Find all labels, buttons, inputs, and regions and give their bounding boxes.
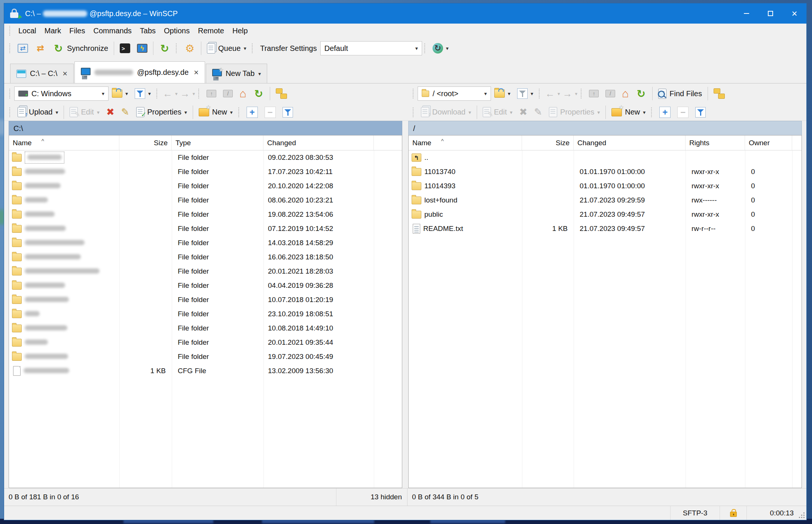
resize-grip[interactable]	[798, 506, 806, 520]
menu-item-tabs[interactable]: Tabs	[136, 25, 160, 37]
local-delete-button[interactable]: ✖	[103, 104, 118, 120]
remote-home-button[interactable]: ⌂	[619, 86, 632, 101]
local-back-button[interactable]: ←	[161, 88, 174, 100]
minimize-button[interactable]	[735, 3, 758, 24]
queue-button[interactable]: Queue ▾	[204, 40, 250, 56]
menu-item-commands[interactable]: Commands	[89, 25, 136, 37]
column-header-size[interactable]: Size	[119, 135, 172, 150]
menu-item-options[interactable]: Options	[160, 25, 194, 37]
right-file-list[interactable]: ↰.. 11013740 01.01.1970 01:00:00 rwxr-xr…	[409, 150, 802, 488]
file-row[interactable]: File folder 17.07.2023 10:42:11	[9, 165, 402, 179]
remote-back-button[interactable]: ←	[544, 88, 556, 100]
file-row[interactable]: ↰..	[409, 150, 802, 165]
column-header-name[interactable]: Name^	[409, 135, 522, 150]
remote-edit-button[interactable]: ✎ Edit ▾	[479, 104, 516, 120]
close-tab-icon[interactable]: ×	[192, 68, 199, 77]
menu-item-help[interactable]: Help	[228, 25, 252, 37]
local-rename-button[interactable]: ✎	[118, 104, 133, 120]
local-forward-button[interactable]: →	[179, 88, 192, 100]
file-row[interactable]: File folder 20.01.2021 18:28:03	[9, 264, 402, 278]
column-header-name[interactable]: Name^	[9, 135, 119, 150]
file-row[interactable]: 11014393 01.01.1970 01:00:00 rwxr-xr-x 0	[409, 179, 802, 193]
local-selection-filter-button[interactable]	[279, 104, 296, 120]
file-row[interactable]: public 21.07.2023 09:49:57 rwxr-xr-x 0	[409, 207, 802, 222]
protocol-indicator[interactable]: SFTP-3	[670, 506, 720, 520]
local-parent-directory-button[interactable]: ↑	[203, 86, 220, 101]
column-header-rights[interactable]: Rights	[686, 135, 745, 150]
file-row[interactable]: File folder 07.12.2019 10:14:52	[9, 222, 402, 236]
menu-item-files[interactable]: Files	[65, 25, 89, 37]
local-root-directory-button[interactable]: /	[220, 86, 236, 101]
find-files-button[interactable]: Find Files	[655, 86, 705, 101]
file-row[interactable]: File folder 19.08.2022 13:54:06	[9, 207, 402, 222]
file-row[interactable]: File folder 10.08.2018 14:49:10	[9, 321, 402, 335]
download-button[interactable]: ↑ Download ▾	[418, 104, 474, 120]
remote-unselect-button[interactable]: −	[674, 104, 692, 120]
local-unselect-button[interactable]: −	[261, 104, 279, 120]
local-path-header[interactable]: C:\	[9, 121, 402, 135]
synchronize-browsing-button[interactable]: ⇄	[31, 40, 49, 56]
synchronize-button[interactable]: ↻ Synchronize	[49, 40, 112, 56]
tab-local-local[interactable]: C:\ – C:\ ×	[10, 64, 74, 83]
file-row[interactable]: File folder 16.06.2023 18:18:50	[9, 250, 402, 264]
column-header-changed[interactable]: Changed	[574, 135, 686, 150]
column-header-changed[interactable]: Changed	[263, 135, 374, 150]
local-edit-button[interactable]: ✎ Edit ▾	[66, 104, 103, 120]
upload-button[interactable]: ↑ Upload ▾	[14, 104, 61, 120]
menu-item-local[interactable]: Local	[14, 25, 40, 37]
local-filter-button[interactable]: ▾	[131, 86, 154, 101]
file-row[interactable]: File folder 08.06.2020 10:23:21	[9, 193, 402, 207]
file-row[interactable]: File folder 09.02.2023 08:30:53	[9, 150, 402, 165]
remote-directory-combo[interactable]: / <root> ▾	[418, 86, 491, 101]
file-row[interactable]: File folder 19.07.2023 00:45:49	[9, 350, 402, 364]
file-row[interactable]: File folder 10.07.2018 01:20:19	[9, 293, 402, 307]
remote-selection-filter-button[interactable]	[692, 104, 709, 120]
file-row[interactable]: File folder 20.10.2020 14:22:08	[9, 179, 402, 193]
transfer-settings-combo[interactable]: Default ▾	[320, 41, 422, 55]
tab-new[interactable]: ★ New Tab ▾	[206, 64, 267, 83]
remote-properties-button[interactable]: Properties ▾	[546, 104, 603, 120]
open-terminal-button[interactable]: >	[116, 40, 134, 56]
local-home-button[interactable]: ⌂	[236, 86, 250, 101]
refresh-button[interactable]: ↻	[156, 40, 174, 56]
remote-path-header[interactable]: /	[408, 121, 802, 135]
local-open-directory-button[interactable]: ▾	[109, 86, 131, 101]
preferences-button[interactable]: ⚙	[181, 40, 199, 56]
transfer-settings-sync-button[interactable]: ↻ ▾	[429, 40, 452, 56]
column-header-owner[interactable]: Owner	[745, 135, 792, 150]
close-button[interactable]: ×	[782, 3, 806, 24]
preferences-layout-button[interactable]: ⇄	[14, 40, 31, 56]
remote-parent-directory-button[interactable]: ↑	[586, 86, 602, 101]
tab-remote-session[interactable]: @psftp.desy.de ×	[74, 61, 205, 83]
remote-new-button[interactable]: New ▾	[608, 104, 649, 120]
file-row[interactable]: lost+found 21.07.2023 09:29:59 rwx------…	[409, 193, 802, 207]
file-row[interactable]: File folder 23.10.2019 18:08:51	[9, 307, 402, 321]
maximize-button[interactable]	[758, 3, 782, 24]
column-header-size[interactable]: Size	[522, 135, 574, 150]
local-new-button[interactable]: New ▾	[195, 104, 236, 120]
local-properties-button[interactable]: ✓ Properties ▾	[133, 104, 190, 120]
close-tab-icon[interactable]: ×	[61, 69, 67, 79]
local-drive-combo[interactable]: C: Windows ▾	[14, 86, 109, 101]
hidden-files-count[interactable]: 13 hidden	[336, 488, 407, 506]
menu-item-mark[interactable]: Mark	[40, 25, 65, 37]
file-row[interactable]: README.txt 1 KB 21.07.2023 09:49:57 rw-r…	[409, 222, 802, 236]
open-console-button[interactable]: ϟ	[134, 40, 151, 56]
local-select-button[interactable]: +	[243, 104, 261, 120]
file-row[interactable]: 11013740 01.01.1970 01:00:00 rwxr-xr-x 0	[409, 165, 802, 179]
secure-connection-indicator[interactable]	[720, 506, 747, 520]
menu-item-remote[interactable]: Remote	[194, 25, 228, 37]
local-refresh-button[interactable]: ↻	[250, 86, 268, 101]
remote-rename-button[interactable]: ✎	[531, 104, 546, 120]
remote-open-directory-button[interactable]: ▾	[491, 86, 514, 101]
remote-refresh-button[interactable]: ↻	[632, 86, 650, 101]
file-row[interactable]: 1 KB CFG File 13.02.2009 13:56:30	[9, 364, 402, 378]
remote-root-directory-button[interactable]: /	[602, 86, 619, 101]
remote-select-button[interactable]: +	[656, 104, 674, 120]
file-row[interactable]: File folder 14.03.2018 14:58:29	[9, 236, 402, 250]
remote-delete-button[interactable]: ✖	[516, 104, 531, 120]
remote-directory-tree-button[interactable]	[710, 86, 728, 101]
remote-filter-button[interactable]: ▾	[514, 86, 537, 101]
file-row[interactable]: File folder 20.01.2021 09:35:44	[9, 335, 402, 350]
local-directory-tree-button[interactable]	[272, 86, 290, 101]
